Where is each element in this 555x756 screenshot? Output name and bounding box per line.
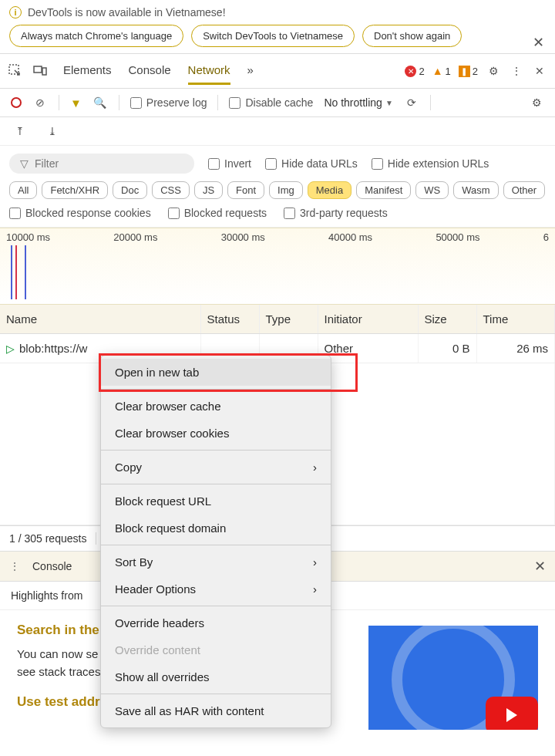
chip-other[interactable]: Other [503,181,546,199]
tl-label: 50000 ms [436,231,479,243]
ctx-open-new-tab[interactable]: Open in new tab [101,359,331,386]
chevron-right-icon: › [313,582,317,596]
col-time[interactable]: Time [476,305,555,334]
language-notification: i DevTools is now available in Vietnames… [0,0,555,53]
hide-data-urls-checkbox[interactable]: Hide data URLs [265,157,358,170]
drag-handle-icon[interactable]: ⋮ [9,560,20,572]
ctx-clear-cache[interactable]: Clear browser cache [101,393,331,420]
network-conditions-icon[interactable]: ⟳ [404,95,419,110]
chip-all[interactable]: All [9,181,37,199]
blocked-response-checkbox[interactable]: Blocked response cookies [9,207,151,219]
third-party-checkbox[interactable]: 3rd-party requests [284,207,388,219]
chevron-right-icon: › [313,555,317,569]
play-icon [486,697,538,730]
chip-css[interactable]: CSS [152,181,190,199]
blocked-requests-checkbox[interactable]: Blocked requests [168,207,267,219]
ctx-block-domain[interactable]: Block request domain [101,515,331,542]
network-controls: ⊘ ▼ 🔍 Preserve log Disable cache No thro… [0,89,555,117]
ctx-override-content: Override content [101,636,331,663]
import-export-bar: ⤒ ⤓ [0,117,555,146]
tl-label: 6 [543,231,549,243]
tl-label: 10000 ms [6,231,50,243]
chip-media[interactable]: Media [308,181,352,199]
switch-language-button[interactable]: Switch DevTools to Vietnamese [191,25,355,47]
drawer-close-button[interactable]: ✕ [534,558,546,575]
video-promo[interactable]: n [368,626,538,730]
info-icon: i [9,6,22,19]
close-panel-icon[interactable]: ✕ [532,63,547,79]
tab-network[interactable]: Network [188,57,230,85]
chip-font[interactable]: Font [227,181,264,199]
ctx-sort-by[interactable]: Sort By› [101,548,331,575]
type-filter-chips: All Fetch/XHR Doc CSS JS Font Img Media … [9,181,546,199]
disable-cache-checkbox[interactable]: Disable cache [229,96,313,109]
gear-icon[interactable]: ⚙ [486,63,501,79]
waterfall-timeline[interactable]: 10000 ms 20000 ms 30000 ms 40000 ms 5000… [0,228,555,305]
error-badge[interactable]: ✕2 [405,66,424,77]
col-type[interactable]: Type [259,305,318,334]
chip-js[interactable]: JS [194,181,223,199]
match-language-button[interactable]: Always match Chrome's language [9,25,183,47]
warning-badge[interactable]: ▲1 [432,65,451,77]
chip-fetch[interactable]: Fetch/XHR [42,181,108,199]
funnel-icon: ▽ [20,157,29,170]
notification-message: DevTools is now available in Vietnamese! [28,6,226,19]
svg-rect-2 [42,68,46,75]
col-initiator[interactable]: Initiator [318,305,418,334]
filter-toggle-icon[interactable]: ▼ [70,96,82,110]
drawer-tab-console[interactable]: Console [32,560,72,572]
tabs-overflow[interactable]: » [247,57,254,85]
record-button[interactable] [11,97,22,108]
media-icon: ▷ [6,343,15,355]
col-status[interactable]: Status [200,305,259,334]
tl-label: 40000 ms [328,231,372,243]
col-name[interactable]: Name [0,305,200,334]
chevron-right-icon: › [313,461,317,474]
upload-har-icon[interactable]: ⤒ [12,123,28,139]
tab-console[interactable]: Console [129,57,171,85]
notification-close-button[interactable]: ✕ [533,34,544,51]
ctx-clear-cookies[interactable]: Clear browser cookies [101,420,331,447]
filter-input[interactable]: ▽ Filter [9,154,194,174]
hide-extension-urls-checkbox[interactable]: Hide extension URLs [372,157,489,170]
ctx-override-headers[interactable]: Override headers [101,609,331,636]
invert-checkbox[interactable]: Invert [208,157,251,170]
chip-img[interactable]: Img [269,181,303,199]
info-badge[interactable]: ❚2 [459,66,478,77]
chip-wasm[interactable]: Wasm [453,181,498,199]
preserve-log-checkbox[interactable]: Preserve log [130,96,207,109]
clear-button[interactable]: ⊘ [32,95,48,110]
inspect-element-icon[interactable] [8,63,23,79]
tl-label: 30000 ms [221,231,265,243]
kebab-menu-icon[interactable]: ⋮ [509,63,524,79]
chip-manifest[interactable]: Manifest [356,181,411,199]
tl-label: 20000 ms [113,231,157,243]
request-count: 1 / 305 requests [9,532,96,545]
ctx-save-har[interactable]: Save all as HAR with content [101,697,331,724]
download-har-icon[interactable]: ⤓ [45,123,60,139]
search-icon[interactable]: 🔍 [92,95,108,110]
col-size[interactable]: Size [418,305,476,334]
filter-bar: ▽ Filter Invert Hide data URLs Hide exte… [0,146,555,228]
throttling-select[interactable]: No throttling▼ [324,96,392,109]
context-menu: Open in new tab Clear browser cache Clea… [100,355,331,728]
ctx-show-overrides[interactable]: Show all overrides [101,663,331,690]
network-settings-icon[interactable]: ⚙ [529,95,544,110]
ctx-header-options[interactable]: Header Options› [101,575,331,602]
ctx-block-url[interactable]: Block request URL [101,488,331,515]
device-toolbar-icon[interactable] [32,63,48,79]
chip-doc[interactable]: Doc [113,181,147,199]
svg-rect-1 [34,66,42,73]
panel-tabs-bar: Elements Console Network » ✕2 ▲1 ❚2 ⚙ ⋮ … [0,53,555,89]
tab-elements[interactable]: Elements [63,57,112,85]
ctx-copy[interactable]: Copy› [101,454,331,481]
dont-show-button[interactable]: Don't show again [362,25,462,47]
chip-ws[interactable]: WS [415,181,449,199]
